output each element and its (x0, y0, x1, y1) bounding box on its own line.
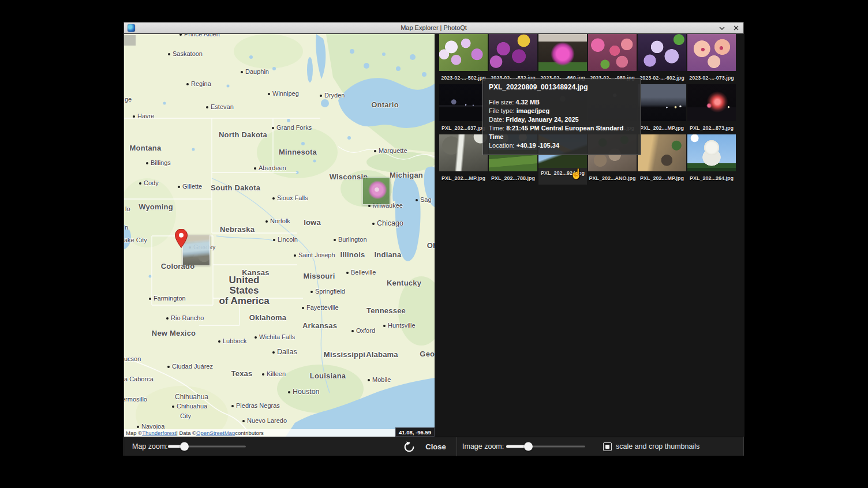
toolbar-divider (457, 437, 457, 456)
photo-thumbnail-image[interactable] (439, 34, 488, 71)
map-label-lo: lo (125, 205, 130, 212)
photo-thumbnail-image[interactable] (439, 134, 488, 171)
map-label-indiana: Indiana (375, 250, 402, 259)
thumbnail-cell-r1c6[interactable]: 2023-02-...-073.jpg (687, 34, 736, 84)
bottom-toolbar: Map zoom: Close Image zoom: scal (124, 437, 743, 456)
map-label-rio-rancho: Rio Rancho (166, 314, 204, 321)
checkbox-check-mark (605, 445, 609, 449)
tooltip-detail-row: Date: Friday, January 24, 2025 (489, 115, 635, 124)
thumbnail-cell-r3c6[interactable]: PXL_202...264.jpg (687, 134, 736, 185)
map-label-grand-forks: Grand Forks (272, 124, 312, 131)
map-label-nebraska: Nebraska (220, 225, 255, 234)
thumbnail-cell-r1c1[interactable]: 2023-02-...-502.jpg (439, 34, 488, 84)
map-label-sag: Sag (416, 196, 432, 203)
map-label-sioux-falls: Sioux Falls (272, 194, 308, 201)
photo-thumbnail-image[interactable] (588, 34, 637, 71)
map-label-houston: Houston (288, 388, 320, 396)
thumbnail-filename: PXL_202....MP.jpg (638, 175, 686, 181)
map-label-georg: Georg (420, 350, 435, 358)
map-label-chicago: Chicago (372, 219, 403, 227)
photo-tooltip: PXL_20220809_001348924.jpg File size: 4.… (482, 78, 641, 155)
image-zoom-slider[interactable] (506, 442, 585, 451)
map-zoom-slider[interactable] (168, 442, 246, 451)
map-attribution: Map © Thunderforest | Data © OpenStreetM… (124, 429, 435, 437)
photo-thumbnail-image[interactable] (687, 34, 736, 71)
thumbnail-filename: PXL_202...ANO.jpg (588, 175, 637, 181)
thumbnail-cell-r2c5[interactable]: PXL_202....MP.jpg (638, 84, 686, 134)
map-label-louisiana: Louisiana (310, 371, 346, 380)
map-label-mississippi: Mississippi (324, 350, 365, 359)
close-button[interactable]: Close (416, 437, 456, 456)
image-zoom-handle[interactable] (524, 442, 533, 451)
thumbnail-cell-r1c5[interactable]: 2023-02-...-602.jpg (638, 34, 686, 84)
map-label-oxford: Oxford (351, 327, 375, 334)
image-zoom-label: Image zoom: (462, 442, 504, 451)
titlebar[interactable]: Map Explorer | PhotoQt (124, 22, 743, 33)
map-label-belleville: Belleville (346, 269, 376, 276)
map-label-south-dakota: South Dakota (211, 183, 260, 192)
map-coordinates-badge: 41.08, -96.59 (395, 427, 435, 437)
thumbnail-filename: PXL_202...264.jpg (687, 175, 736, 181)
map-photo-marker-wisconsin[interactable] (362, 177, 390, 205)
thumbnail-filename: 2023-02-...-073.jpg (687, 75, 736, 81)
map-label-estevan: Estevan (206, 103, 234, 110)
tooltip-detail-row: File size: 4.32 MB (489, 98, 635, 107)
map-label-chihuahua: Chihuahua (172, 403, 207, 410)
map-label-a-caborca: a Caborca (124, 376, 154, 382)
map-overlay-fragment (124, 35, 136, 46)
map-label-saint-joseph: Saint Joseph (294, 251, 335, 258)
thumbnail-filename: PXL_202....MP.jpg (638, 125, 686, 131)
photo-thumbnail-image[interactable] (538, 34, 587, 71)
map-zoom-handle[interactable] (180, 442, 189, 451)
reset-map-view-button[interactable] (401, 439, 417, 455)
map-label-nuevo-laredo: Nuevo Laredo (242, 417, 287, 424)
thumbnail-cell-r2c1[interactable]: PXL_202...637.jpg (439, 84, 488, 134)
thumbnail-filename: PXL_202...788.jpg (489, 175, 537, 181)
map-label-illinois: Illinois (341, 250, 365, 259)
photo-thumbnail-image[interactable] (489, 34, 537, 71)
thumbnail-cell-r1c4[interactable]: 2023-02-...-980.jpg (588, 34, 637, 84)
map-label-fayetteville: Fayetteville (302, 304, 339, 311)
map-label-oklahoma: Oklahoma (249, 313, 286, 322)
photo-thumbnail-image[interactable] (638, 84, 686, 121)
minimize-chevron-icon[interactable] (718, 24, 726, 32)
photo-thumbnail-image[interactable] (638, 134, 686, 171)
window-content: Prince AlbertSaskatoonReginaDauphinWinni… (124, 34, 743, 437)
map-label-ciudad-ju-rez: Ciudad Juárez (167, 363, 213, 370)
map-label-billings: Billings (146, 159, 171, 166)
map-label-states: States (229, 285, 259, 296)
thumbnail-cell-r3c1[interactable]: PXL_202....MP.jpg (439, 134, 488, 185)
map-label-marquette: Marquette (374, 147, 407, 154)
map-label-city: City (180, 412, 191, 419)
map-canvas[interactable]: Prince AlbertSaskatoonReginaDauphinWinni… (124, 34, 435, 437)
hand-cursor-icon: ☝ (570, 168, 582, 180)
map-pin-icon[interactable] (175, 229, 188, 248)
photo-thumbnail-image[interactable] (439, 84, 488, 121)
map-label-huntsville: Huntsville (383, 322, 416, 329)
photo-thumbnail-image[interactable] (638, 34, 686, 71)
thumbnail-cell-r1c2[interactable]: 2023-02-...-532.jpg (489, 34, 537, 84)
tooltip-detail-row: Time: 8:21:45 PM Central European Standa… (489, 124, 635, 141)
map-label-minnesota: Minnesota (279, 148, 317, 156)
photo-thumbnail-image[interactable] (687, 84, 736, 121)
map-label-ake-city: ake City (124, 237, 147, 243)
close-window-icon[interactable] (732, 24, 740, 32)
map-label-ontario: Ontario (371, 100, 399, 109)
thumbnail-cell-r1c3[interactable]: 2023-02-...-660.jpg (538, 34, 587, 84)
map-label-hermosillo: Hermosillo (124, 396, 147, 403)
map-label-saskatoon: Saskatoon (168, 50, 203, 57)
thunderforest-link[interactable]: Thunderforest (142, 430, 176, 436)
window-title: Map Explorer | PhotoQt (124, 24, 743, 31)
map-label-texas: Texas (231, 369, 253, 378)
photo-thumbnail-image[interactable] (687, 134, 736, 171)
map-label-mobile: Mobile (368, 376, 391, 383)
map-label-dauphin: Dauphin (241, 68, 269, 75)
map-label-chihuahua: Chihuahua (175, 393, 208, 401)
thumbnail-cell-r2c6[interactable]: PXL_202...873.jpg (687, 84, 736, 134)
map-label-united: United (229, 275, 260, 286)
openstreetmap-link[interactable]: OpenStreetMap (196, 430, 235, 436)
map-label-michigan: Michigan (390, 171, 423, 179)
thumbnail-cell-r3c5[interactable]: PXL_202....MP.jpg (638, 134, 686, 185)
scale-crop-checkbox[interactable] (603, 442, 612, 451)
map-explorer-window: Map Explorer | PhotoQt (124, 22, 744, 456)
